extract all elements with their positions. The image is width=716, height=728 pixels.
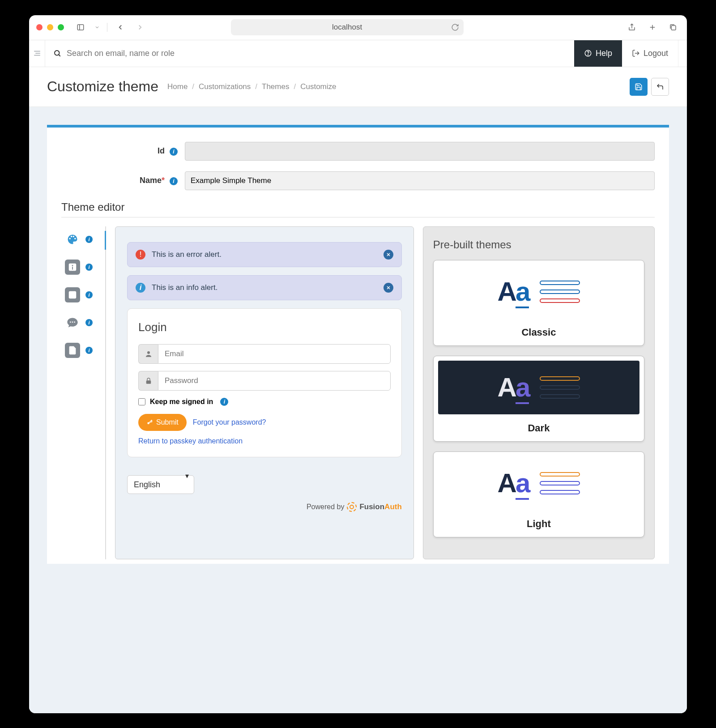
submit-button[interactable]: Submit: [138, 414, 187, 431]
svg-rect-5: [671, 26, 676, 30]
theme-preview: Aa: [438, 361, 639, 414]
tab-info[interactable]: i: [65, 260, 102, 275]
info-icon[interactable]: i: [220, 398, 228, 406]
login-heading: Login: [138, 320, 391, 334]
tab-branding[interactable]: i: [65, 232, 102, 247]
language-select[interactable]: English: [127, 475, 194, 494]
passkey-link[interactable]: Return to passkey authentication: [138, 437, 243, 445]
sidebar-collapse-icon[interactable]: [29, 40, 45, 67]
page-header: Customize theme Home/ Customizations/ Th…: [29, 67, 687, 107]
search-input[interactable]: [67, 49, 566, 58]
svg-rect-8: [34, 55, 40, 56]
svg-point-9: [55, 51, 60, 55]
powered-by: Powered by FusionAuth: [127, 502, 402, 512]
page-title: Customize theme: [47, 78, 158, 95]
info-icon[interactable]: i: [85, 319, 93, 326]
keep-signed-row: Keep me signed in i: [138, 398, 391, 406]
maximize-window-button[interactable]: [58, 24, 64, 30]
svg-point-18: [70, 321, 71, 323]
close-window-button[interactable]: [36, 24, 43, 30]
keep-signed-label: Keep me signed in: [150, 398, 213, 406]
svg-point-19: [72, 321, 73, 323]
theme-card-dark[interactable]: Aa Dark: [433, 356, 644, 442]
nav-back-button[interactable]: [114, 21, 127, 34]
chrome-actions: [625, 21, 680, 34]
key-icon: [146, 419, 153, 426]
prebuilt-themes-panel: Pre-built themes Aa Classic Aa: [423, 226, 655, 559]
login-card: Login: [127, 308, 402, 457]
svg-rect-22: [71, 350, 74, 351]
chat-icon: [65, 315, 80, 330]
theme-card-light[interactable]: Aa Light: [433, 451, 644, 537]
input-name[interactable]: [185, 171, 655, 190]
close-icon[interactable]: [384, 250, 393, 260]
minimize-window-button[interactable]: [47, 24, 53, 30]
browser-chrome: localhost: [29, 15, 687, 40]
crumb-customizations[interactable]: Customizations: [199, 82, 251, 91]
field-name: Name* i: [61, 171, 655, 190]
input-id: [185, 142, 655, 161]
password-group: [138, 371, 391, 391]
preview-panel: ! This is an error alert. i This is an i…: [115, 226, 414, 559]
scrollbar-gutter: [678, 40, 687, 67]
keep-signed-checkbox[interactable]: [138, 398, 145, 405]
themes-heading: Pre-built themes: [433, 238, 644, 251]
theme-card-classic[interactable]: Aa Classic: [433, 260, 644, 346]
info-square-icon: [65, 260, 80, 275]
svg-rect-21: [71, 349, 74, 349]
email-field[interactable]: [158, 344, 391, 364]
separator: [107, 23, 107, 32]
svg-line-10: [59, 55, 60, 56]
info-icon[interactable]: i: [85, 291, 93, 298]
info-icon[interactable]: i: [85, 236, 93, 243]
content-area: Id i Name* i Theme editor: [29, 107, 687, 713]
search-area: [45, 40, 574, 67]
palette-icon: [65, 232, 80, 247]
section-title: Theme editor: [61, 201, 655, 217]
svg-rect-6: [34, 51, 40, 52]
nav-forward-button[interactable]: [133, 21, 147, 34]
help-button[interactable]: Help: [574, 40, 622, 67]
close-icon[interactable]: [384, 283, 393, 293]
info-icon[interactable]: i: [85, 347, 93, 354]
logout-button[interactable]: Logout: [622, 40, 678, 67]
language-select-wrap: English: [127, 466, 194, 494]
tabs-overview-icon[interactable]: [666, 21, 680, 34]
label-name: Name* i: [61, 176, 178, 185]
tab-edit[interactable]: i: [65, 287, 102, 302]
theme-preview: Aa: [438, 265, 639, 319]
forgot-password-link[interactable]: Forgot your password?: [193, 418, 266, 426]
label-id: Id i: [61, 146, 178, 156]
breadcrumb: Home/ Customizations/ Themes/ Customize: [167, 82, 337, 91]
browser-window: localhost: [29, 15, 687, 713]
crumb-home[interactable]: Home: [167, 82, 188, 91]
lock-icon: [138, 371, 158, 391]
svg-rect-16: [72, 267, 73, 269]
tab-pages[interactable]: i: [65, 343, 102, 358]
logo-ring-icon: [347, 502, 357, 512]
theme-card: Id i Name* i Theme editor: [47, 125, 669, 564]
password-field[interactable]: [158, 371, 391, 391]
theme-name: Classic: [438, 323, 639, 341]
info-icon[interactable]: i: [85, 264, 93, 271]
chevron-down-icon[interactable]: [94, 21, 101, 34]
save-button[interactable]: [630, 78, 648, 96]
share-icon[interactable]: [625, 21, 639, 34]
new-tab-icon[interactable]: [646, 21, 659, 34]
sidebar-toggle-icon[interactable]: [74, 21, 87, 34]
crumb-themes[interactable]: Themes: [262, 82, 289, 91]
info-icon[interactable]: i: [170, 177, 178, 185]
theme-preview: Aa: [438, 456, 639, 510]
theme-name: Dark: [438, 419, 639, 437]
reload-icon[interactable]: [451, 23, 459, 31]
back-button[interactable]: [651, 78, 669, 96]
alert-info: i This is an info alert.: [127, 275, 402, 300]
info-icon[interactable]: i: [170, 148, 178, 156]
tab-messages[interactable]: i: [65, 315, 102, 330]
svg-point-28: [147, 351, 150, 354]
window-controls: [36, 24, 64, 30]
error-icon: !: [136, 250, 145, 260]
alert-error-text: This is an error alert.: [152, 250, 222, 259]
alert-info-text: This is an info alert.: [152, 283, 217, 292]
url-bar[interactable]: localhost: [231, 19, 464, 35]
